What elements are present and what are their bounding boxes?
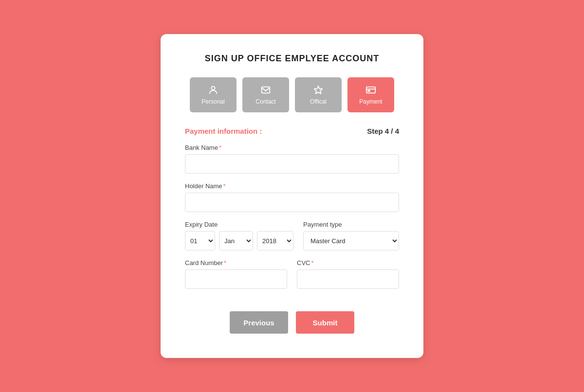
card-cvc-row: Card Number* CVC* — [185, 259, 399, 298]
svg-rect-5 — [368, 90, 370, 91]
card-number-col: Card Number* — [185, 259, 287, 298]
step-official-label: Offical — [310, 98, 327, 105]
card-icon — [365, 85, 376, 95]
step-official[interactable]: Offical — [295, 77, 342, 112]
submit-button[interactable]: Submit — [296, 311, 354, 334]
previous-button[interactable]: Previous — [230, 311, 288, 334]
cvc-input[interactable] — [297, 269, 399, 289]
holder-name-group: Holder Name* — [185, 182, 399, 212]
expiry-year-select[interactable]: 2018201920202021 2022202320242025 — [257, 231, 293, 250]
bank-name-group: Bank Name* — [185, 144, 399, 174]
expiry-date-label: Expiry Date — [185, 221, 293, 228]
step-payment-label: Payment — [359, 98, 382, 105]
expiry-month-select[interactable]: JanFebMarApr MayJunJulAug SepOctNovDec — [219, 231, 253, 250]
person-icon — [208, 85, 219, 95]
expiry-selects: 01020304 05060708 09101112 13141516 1718… — [185, 231, 293, 250]
bank-name-input[interactable] — [185, 154, 399, 174]
page-title: SIGN UP OFFICE EMPLYEE ACCOUNT — [185, 53, 399, 64]
svg-rect-1 — [262, 87, 270, 93]
cvc-group: CVC* — [297, 259, 399, 289]
step-personal[interactable]: Personal — [190, 77, 237, 112]
card-number-group: Card Number* — [185, 259, 287, 289]
card-number-input[interactable] — [185, 269, 287, 289]
step-contact-label: Contact — [256, 98, 275, 105]
expiry-col: Expiry Date 01020304 05060708 09101112 1… — [185, 221, 293, 259]
step-contact[interactable]: Contact — [242, 77, 289, 112]
expiry-day-select[interactable]: 01020304 05060708 09101112 13141516 1718… — [185, 231, 215, 250]
section-header: Payment information : Step 4 / 4 — [185, 127, 399, 135]
svg-marker-2 — [314, 86, 323, 94]
step-counter: Step 4 / 4 — [367, 127, 399, 135]
cvc-col: CVC* — [297, 259, 399, 298]
svg-rect-3 — [366, 87, 375, 93]
step-payment[interactable]: Payment — [347, 77, 394, 112]
star-icon — [313, 85, 324, 95]
payment-type-group: Payment type Master Card Visa Amex Disco… — [303, 221, 399, 250]
payment-type-col: Payment type Master Card Visa Amex Disco… — [303, 221, 399, 259]
step-personal-label: Personal — [201, 98, 224, 105]
payment-type-label: Payment type — [303, 221, 399, 228]
cvc-label: CVC* — [297, 259, 399, 267]
mail-icon — [260, 85, 271, 95]
payment-type-select[interactable]: Master Card Visa Amex Discover — [303, 231, 399, 250]
holder-name-label: Holder Name* — [185, 182, 399, 190]
card-number-label: Card Number* — [185, 259, 287, 267]
signup-card: SIGN UP OFFICE EMPLYEE ACCOUNT Personal … — [161, 34, 423, 358]
button-row: Previous Submit — [185, 311, 399, 334]
expiry-date-group: Expiry Date 01020304 05060708 09101112 1… — [185, 221, 293, 250]
holder-name-input[interactable] — [185, 193, 399, 212]
expiry-payment-row: Expiry Date 01020304 05060708 09101112 1… — [185, 221, 399, 259]
bank-name-label: Bank Name* — [185, 144, 399, 151]
steps-nav: Personal Contact Offical Payment — [185, 77, 399, 112]
section-title: Payment information : — [185, 127, 262, 135]
svg-point-0 — [211, 87, 215, 90]
